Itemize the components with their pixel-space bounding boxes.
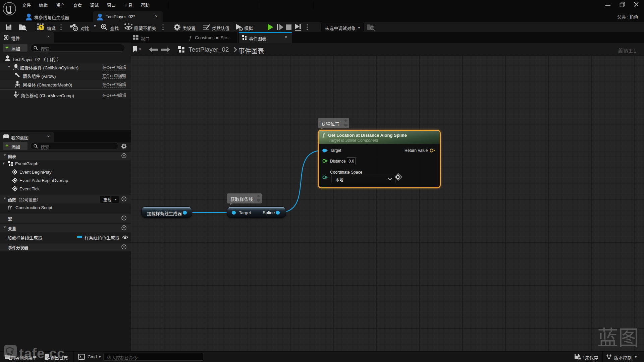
svg-text:?: ?	[40, 25, 42, 30]
